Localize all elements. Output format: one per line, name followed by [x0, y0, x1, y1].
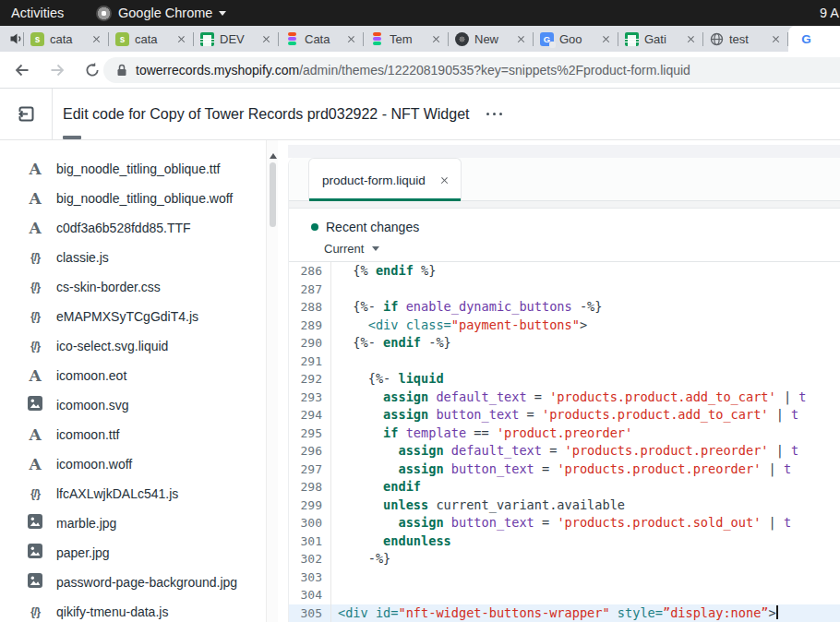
file-sidebar: Abig_noodle_titling_oblique.ttfAbig_nood… [0, 140, 278, 622]
code-line[interactable]: 291 [289, 353, 840, 371]
code-text: assign default_text = 'products.product.… [331, 442, 798, 461]
app-menu[interactable]: Google Chrome [96, 6, 226, 21]
sidebar-scrollbar[interactable] [266, 140, 278, 622]
dark-favicon-icon [455, 32, 469, 46]
file-name: cs-skin-border.css [56, 280, 161, 294]
browser-tab[interactable]: scata [109, 26, 193, 52]
code-line[interactable]: 295 if template == 'product.preorder' [289, 425, 840, 443]
more-actions-button[interactable] [486, 113, 503, 116]
editor-tab-product-form[interactable]: product-form.liquid [308, 158, 462, 201]
tab-title: cata [50, 32, 86, 46]
close-tab-icon[interactable] [601, 34, 611, 44]
browser-tab-strip: scatascataDEVCataTemNewGGooGatitestG [0, 26, 840, 52]
browser-tab[interactable]: Gati [618, 26, 702, 52]
code-line[interactable]: 292 {%- liquid [289, 370, 840, 389]
version-selector[interactable]: Current [324, 242, 379, 256]
code-text: {%- endif -%} [331, 334, 451, 353]
line-number: 298 [289, 478, 331, 496]
scrollbar-thumb[interactable] [270, 162, 276, 227]
line-number: 286 [289, 262, 331, 281]
file-name: c0df3a6b528fdd85.TTF [56, 221, 191, 235]
code-line[interactable]: 288 {%- if enable_dynamic_buttons -%} [289, 298, 840, 317]
exit-code-editor-button[interactable] [16, 103, 38, 125]
file-item[interactable]: {/}cs-skin-border.css [0, 272, 278, 302]
close-tab-icon[interactable] [771, 34, 781, 44]
file-item[interactable]: Abig_noodle_titling_oblique.ttf [0, 154, 278, 184]
browser-tab[interactable]: Tem [364, 26, 448, 52]
browser-tab[interactable]: Cata [279, 26, 363, 52]
code-line[interactable]: 289 <div class="payment-buttons"> [289, 317, 840, 335]
speaker-icon [9, 32, 23, 45]
code-line[interactable]: 299 unless current_variant.available [289, 496, 840, 515]
file-item[interactable]: {/}classie.js [0, 243, 278, 272]
reload-button[interactable] [83, 61, 102, 79]
code-line[interactable]: 296 assign default_text = 'products.prod… [289, 442, 840, 461]
line-number: 296 [289, 442, 331, 461]
active-tab-underline [309, 198, 461, 201]
file-name: eMAPMXSyTCgGdiT4.js [56, 309, 198, 324]
file-item[interactable]: marble.jpg [0, 508, 278, 538]
file-item[interactable]: Abig_noodle_titling_oblique.woff [0, 184, 278, 213]
address-bar[interactable]: towerrecords.myshopify.com/admin/themes/… [103, 57, 840, 83]
close-tab-icon[interactable] [439, 175, 450, 185]
line-number: 303 [289, 568, 331, 587]
code-line[interactable]: 286 {% endif %} [289, 262, 840, 281]
close-tab-icon[interactable] [686, 34, 696, 44]
code-file-icon: {/} [25, 310, 45, 323]
tab-bar-divider [289, 201, 840, 209]
close-tab-icon[interactable] [91, 34, 102, 44]
code-line[interactable]: 298 endif [289, 478, 840, 496]
close-tab-icon[interactable] [431, 34, 441, 44]
file-item[interactable]: {/}lfcAXLwjkDALc541.js [0, 479, 278, 508]
scroll-up-arrow-icon[interactable] [270, 150, 277, 159]
code-text: {%- liquid [331, 370, 444, 389]
browser-tab[interactable]: New [449, 26, 533, 52]
file-item[interactable]: Aicomoon.eot [0, 361, 278, 390]
code-line[interactable]: 297 assign button_text = 'products.produ… [289, 461, 840, 479]
file-name: classie.js [56, 250, 109, 265]
close-tab-icon[interactable] [516, 34, 526, 44]
code-line[interactable]: 294 assign button_text = 'products.produ… [289, 406, 840, 425]
code-line[interactable]: 303 [289, 568, 840, 587]
version-panel: Recent changes Current [289, 209, 840, 262]
close-tab-icon[interactable] [261, 34, 271, 44]
code-line[interactable]: 301 endunless [289, 532, 840, 551]
file-item[interactable]: paper.jpg [0, 538, 278, 568]
browser-tab[interactable]: test [703, 26, 787, 52]
translate-favicon-icon: G [540, 32, 554, 46]
file-item[interactable]: {/}qikify-tmenu-data.js [0, 597, 278, 622]
browser-tab[interactable]: scata [24, 26, 108, 52]
code-line[interactable]: 290 {%- endif -%} [289, 334, 840, 353]
browser-tab[interactable]: G [788, 26, 840, 52]
code-line[interactable]: 293 assign default_text = 'products.prod… [289, 389, 840, 407]
file-item[interactable]: {/}eMAPMXSyTCgGdiT4.js [0, 302, 278, 331]
browser-tab[interactable]: GGoo [534, 26, 618, 52]
file-item[interactable]: password-page-background.jpg [0, 568, 278, 597]
file-item[interactable]: icomoon.svg [0, 390, 278, 420]
back-button[interactable] [13, 61, 31, 79]
file-name: icomoon.woff [56, 457, 132, 472]
activities-button[interactable]: Activities [11, 6, 64, 20]
code-line[interactable]: 302 -%} [289, 550, 840, 568]
tab-title: Cata [305, 32, 341, 46]
code-editor[interactable]: 286 {% endif %}287288 {%- if enable_dyna… [289, 262, 840, 622]
close-tab-icon[interactable] [176, 34, 186, 44]
file-item[interactable]: Ac0df3a6b528fdd85.TTF [0, 213, 278, 243]
code-line[interactable]: 287 [289, 281, 840, 299]
code-text: assign button_text = 'products.product.a… [331, 406, 798, 425]
forward-button[interactable] [48, 61, 66, 79]
browser-tab[interactable]: DEV [194, 26, 278, 52]
close-tab-icon[interactable] [346, 34, 356, 44]
file-item[interactable]: {/}ico-select.svg.liquid [0, 331, 278, 361]
file-item[interactable]: Aicomoon.ttf [0, 420, 278, 449]
figma-favicon-icon [285, 32, 299, 46]
code-line[interactable]: 304 [289, 586, 840, 604]
code-line[interactable]: 300 assign button_text = 'products.produ… [289, 514, 840, 532]
file-item[interactable]: Aicomoon.woff [0, 449, 278, 479]
code-line[interactable]: 305<div id="nft-widget-buttons-wrapper" … [289, 604, 840, 622]
clock-label[interactable]: 9 A [820, 6, 839, 20]
file-name: paper.jpg [56, 545, 110, 560]
url-path: /admin/themes/122208190535?key=snippets%… [299, 63, 690, 78]
code-file-icon: {/} [25, 281, 45, 293]
font-file-icon: A [25, 366, 45, 385]
